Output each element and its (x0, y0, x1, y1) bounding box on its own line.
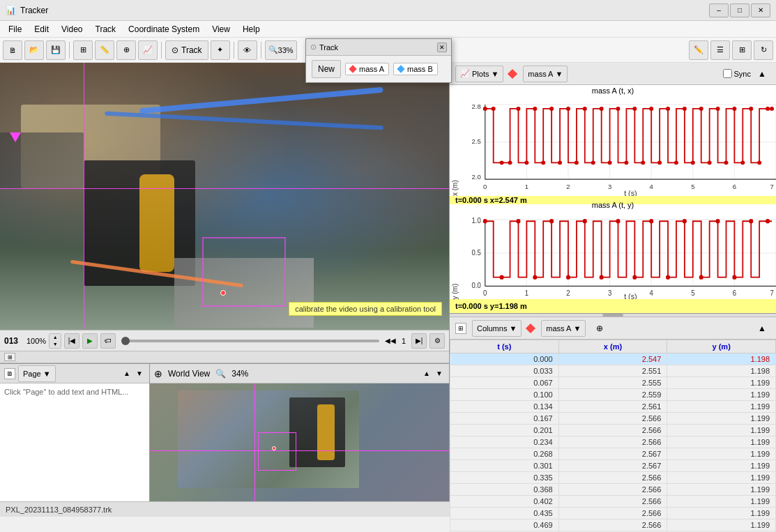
cell-x: 2.566 (558, 425, 667, 436)
eye-button[interactable]: 👁 (238, 40, 257, 60)
sync-checkbox[interactable] (723, 69, 732, 78)
page-section: 🗎 Page ▼ ▲ ▼ Click "Page" to add text an… (0, 363, 449, 517)
col-header-t[interactable]: t (s) (450, 340, 559, 354)
menu-view[interactable]: View (206, 23, 236, 36)
table-row[interactable]: 0.0672.5551.199 (450, 377, 776, 389)
table-row[interactable]: 0.1342.5611.199 (450, 401, 776, 413)
plots-dropdown[interactable]: 📈 Plots ▼ (455, 66, 503, 82)
menu-edit[interactable]: Edit (29, 23, 54, 36)
mass-dropdown[interactable]: mass A ▼ (523, 66, 568, 82)
zoom-btn[interactable]: 🔍 33% (265, 40, 297, 60)
frame-indicator: 1 (399, 337, 409, 345)
table-mass-dropdown[interactable]: mass A ▼ (541, 320, 586, 337)
timeline-thumb[interactable] (121, 337, 130, 345)
minimize-button[interactable]: – (709, 3, 729, 17)
open-file-button[interactable]: 📂 (24, 40, 44, 60)
video-controls: 013 100% ▲ ▼ |◀ ▶ 🏷 ◀◀ 1 ▶| ⚙ (0, 330, 449, 351)
table-row[interactable]: 0.0002.5471.198 (450, 354, 776, 365)
track-mass-b[interactable]: mass B (393, 63, 438, 75)
table-row[interactable]: 0.4692.5661.199 (450, 519, 776, 531)
svg-point-86 (500, 275, 504, 279)
grid-button[interactable]: ⊞ (73, 40, 93, 60)
panel-button[interactable]: ☰ (710, 40, 730, 60)
ruler-button[interactable]: 📏 (95, 40, 114, 60)
wv-scroll-up[interactable]: ▲ (421, 368, 432, 379)
world-view-content[interactable] (150, 383, 449, 517)
columns-dropdown[interactable]: Columns ▼ (472, 320, 522, 337)
new-file-button[interactable]: 🗎 (3, 40, 22, 60)
page-icon: 🗎 (4, 368, 15, 379)
stepper-up[interactable]: ▲ (50, 334, 61, 341)
status-bar: PXL_20231113_084958377.trk (0, 501, 450, 517)
plots-collapse-button[interactable]: ▲ (754, 66, 770, 82)
menu-coordinate-system[interactable]: Coordinate System (123, 23, 205, 36)
track-new-button[interactable]: New (312, 60, 341, 78)
chart-button[interactable]: 📈 (138, 40, 158, 60)
refresh-button[interactable]: ↻ (754, 40, 773, 60)
table-row[interactable]: 0.3682.5661.199 (450, 484, 776, 496)
video-area[interactable]: calibrate the video using a calibration … (0, 63, 449, 330)
sparkle-button[interactable]: ✦ (211, 40, 230, 60)
track-window-close-button[interactable]: ✕ (437, 43, 447, 52)
data-button[interactable]: ⊞ (732, 40, 752, 60)
sync-checkbox-label[interactable]: Sync (723, 66, 751, 82)
scroll-icon: ⊞ (4, 353, 15, 361)
menu-track[interactable]: Track (90, 23, 122, 36)
cell-x: 2.555 (558, 377, 667, 389)
close-button[interactable]: ✕ (751, 3, 770, 17)
menu-video[interactable]: Video (56, 23, 88, 36)
go-end-button[interactable]: ▶| (411, 333, 427, 349)
add-column-button[interactable]: ⊕ (591, 320, 608, 337)
settings-button[interactable]: ⚙ (429, 333, 445, 349)
wv-scroll-down[interactable]: ▼ (434, 368, 445, 379)
table-collapse-button[interactable]: ▲ (754, 320, 770, 337)
scroll-down-button[interactable]: ▼ (134, 368, 145, 379)
pencil-button[interactable]: ✏️ (689, 40, 708, 60)
world-view-label: World View (168, 369, 210, 379)
cell-x: 2.567 (558, 460, 667, 472)
cell-y: 1.199 (667, 472, 776, 484)
svg-point-90 (566, 275, 570, 279)
table-content[interactable]: t (s) x (m) y (m) 0.0002.5471.1980.0332.… (450, 340, 776, 532)
table-row[interactable]: 0.4352.5661.199 (450, 508, 776, 519)
scroll-up-button[interactable]: ▲ (121, 368, 132, 379)
mark-button[interactable]: 🏷 (100, 333, 116, 349)
track-button[interactable]: ⊙ Track (165, 40, 208, 60)
track-mass-a[interactable]: mass A (345, 63, 389, 75)
go-start-button[interactable]: |◀ (64, 333, 79, 349)
svg-point-38 (600, 107, 604, 111)
play-button[interactable]: ▶ (82, 333, 98, 349)
page-placeholder-text: Click "Page" to add text and HTML... (4, 388, 128, 396)
page-dropdown-arrow-icon: ▼ (43, 370, 51, 378)
save-button[interactable]: 💾 (46, 40, 66, 60)
frame-stepper[interactable]: ▲ ▼ (49, 333, 61, 349)
col-header-x[interactable]: x (m) (558, 340, 667, 354)
table-row[interactable]: 0.2342.5661.199 (450, 436, 776, 448)
track-window-header[interactable]: ⊙ Track ✕ (306, 39, 451, 56)
plot-bottom-container: mass A (t, y) y (m) (450, 199, 776, 314)
axes-button[interactable]: ⊕ (116, 40, 136, 60)
col-header-y[interactable]: y (m) (667, 340, 776, 354)
svg-point-101 (749, 219, 753, 223)
menu-help[interactable]: Help (237, 23, 266, 36)
svg-point-94 (632, 275, 637, 279)
page-dropdown[interactable]: Page ▼ (18, 365, 56, 382)
mass-diamond-icon (508, 68, 517, 78)
maximize-button[interactable]: □ (730, 3, 750, 17)
table-row[interactable]: 0.3012.5671.199 (450, 460, 776, 472)
table-row[interactable]: 0.0332.5511.198 (450, 365, 776, 377)
stepper-down[interactable]: ▼ (50, 341, 61, 348)
calibration-hint: calibrate the video using a calibration … (289, 302, 442, 316)
menu-file[interactable]: File (3, 23, 27, 36)
table-row[interactable]: 0.3352.5661.199 (450, 472, 776, 484)
table-row[interactable]: 0.4022.5661.199 (450, 496, 776, 508)
table-row[interactable]: 0.1002.5591.199 (450, 389, 776, 401)
table-row[interactable]: 0.2012.5661.199 (450, 425, 776, 436)
svg-point-102 (766, 219, 770, 223)
cell-t: 0.033 (450, 365, 559, 377)
svg-text:4: 4 (650, 289, 654, 297)
table-row[interactable]: 0.1672.5661.199 (450, 413, 776, 425)
timeline-slider[interactable] (121, 340, 379, 342)
table-row[interactable]: 0.2682.5671.199 (450, 448, 776, 460)
svg-point-58 (766, 107, 770, 111)
